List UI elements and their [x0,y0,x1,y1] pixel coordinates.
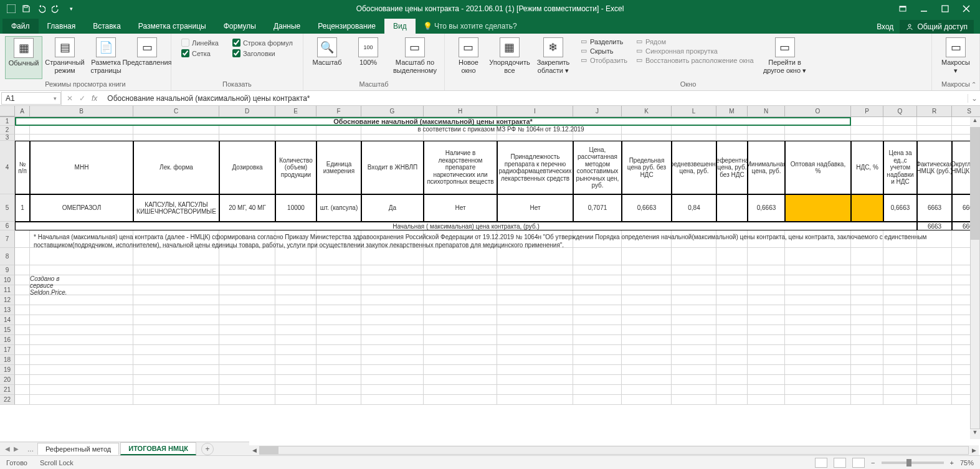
cell-D22[interactable] [219,395,275,405]
confirm-formula-icon[interactable]: ✓ [79,94,85,103]
cell-I4[interactable] [497,141,573,194]
cell-A20[interactable] [15,375,30,385]
cell-K7[interactable] [622,230,672,248]
sync-scroll-button[interactable]: ▭ Синхронная прокрутка [636,47,754,55]
cell-L2[interactable] [672,126,716,135]
cell-D3[interactable] [219,135,275,141]
next-sheet-icon[interactable]: ▶ [14,445,19,452]
cell-F4[interactable] [316,141,361,194]
cell-L10[interactable] [672,275,716,285]
cell-F6[interactable] [316,222,361,230]
cell-N20[interactable] [748,375,785,385]
cell-C11[interactable] [133,285,219,295]
col-header-P[interactable]: P [851,106,883,116]
cell-K12[interactable] [622,295,672,305]
cell-K20[interactable] [622,375,672,385]
cell-L6[interactable] [672,222,716,230]
qat-more-icon[interactable]: ▾ [66,4,76,14]
cell-N18[interactable] [748,355,785,365]
cell-E16[interactable] [275,335,316,345]
cell-B2[interactable] [30,126,133,135]
cell-B12[interactable] [30,295,133,305]
cell-K1[interactable] [622,117,672,126]
select-all[interactable] [0,106,15,116]
cell-M11[interactable] [716,285,748,295]
tab-data[interactable]: Данные [265,19,309,34]
cell-F19[interactable] [316,365,361,375]
cell-E13[interactable] [275,305,316,315]
cell-P22[interactable] [851,395,883,405]
cell-M18[interactable] [716,355,748,365]
view-page-layout-icon[interactable] [834,458,846,468]
cell-O22[interactable] [785,395,851,405]
cell-C14[interactable] [133,315,219,325]
cell-G5[interactable] [361,194,424,222]
cell-G14[interactable] [361,315,424,325]
cell-M5[interactable] [716,194,748,222]
cell-E11[interactable] [275,285,316,295]
cell-O10[interactable] [785,275,851,285]
cell-D15[interactable] [219,325,275,335]
page-break-button[interactable]: ▤Страничный режим [46,36,83,79]
cell-E2[interactable] [275,126,316,135]
cell-N9[interactable] [748,265,785,275]
cell-A8[interactable] [15,248,30,265]
cell-F5[interactable] [316,194,361,222]
cell-N5[interactable] [748,194,785,222]
cell-L8[interactable] [672,248,716,265]
cell-G16[interactable] [361,335,424,345]
cell-A17[interactable] [15,345,30,355]
cell-B14[interactable] [30,315,133,325]
cell-F18[interactable] [316,355,361,365]
login-link[interactable]: Вход [877,22,893,31]
cell-O9[interactable] [785,265,851,275]
cell-P3[interactable] [851,135,883,141]
row-header-8[interactable]: 8 [0,248,15,265]
cell-O19[interactable] [785,365,851,375]
cell-L5[interactable] [672,194,716,222]
cell-N3[interactable] [748,135,785,141]
cell-B20[interactable] [30,375,133,385]
cell-F12[interactable] [316,295,361,305]
cell-N21[interactable] [748,385,785,395]
cell-K5[interactable] [622,194,672,222]
cell-E4[interactable] [275,141,316,194]
cell-L9[interactable] [672,265,716,275]
share-button[interactable]: Общий доступ [900,20,974,34]
cell-I13[interactable] [497,305,573,315]
cell-I2[interactable] [497,126,573,135]
cell-M10[interactable] [716,275,748,285]
cell-E21[interactable] [275,385,316,395]
zoom-selection-button[interactable]: ▭Масштаб по выделенному [391,36,439,79]
cell-B1[interactable] [30,117,133,126]
cell-A11[interactable] [15,285,30,295]
cell-O13[interactable] [785,305,851,315]
cell-O6[interactable] [785,222,851,230]
cell-K13[interactable] [622,305,672,315]
scroll-up-icon[interactable]: ▲ [970,117,980,127]
cell-H19[interactable] [424,365,497,375]
cell-B13[interactable] [30,305,133,315]
cell-Q19[interactable] [883,365,917,375]
cell-N2[interactable] [748,126,785,135]
cell-J22[interactable] [573,395,622,405]
cell-N22[interactable] [748,395,785,405]
tab-review[interactable]: Рецензирование [309,19,384,34]
cell-G20[interactable] [361,375,424,385]
cell-J8[interactable] [573,248,622,265]
col-header-B[interactable]: B [30,106,133,116]
macros-button[interactable]: ▭Макросы▾ [937,36,974,79]
cell-C8[interactable] [133,248,219,265]
cell-R8[interactable] [917,248,952,265]
cell-C2[interactable] [133,126,219,135]
scroll-down-icon[interactable]: ▼ [970,429,980,439]
row-header-19[interactable]: 19 [0,365,15,375]
split-button[interactable]: ▭ Разделить [581,37,627,45]
cell-L21[interactable] [672,385,716,395]
tab-view[interactable]: Вид [384,19,416,34]
cell-C15[interactable] [133,325,219,335]
cell-D10[interactable] [219,275,275,285]
switch-windows-button[interactable]: ▭Перейти в другое окно ▾ [760,36,810,79]
cell-H22[interactable] [424,395,497,405]
cell-C16[interactable] [133,335,219,345]
